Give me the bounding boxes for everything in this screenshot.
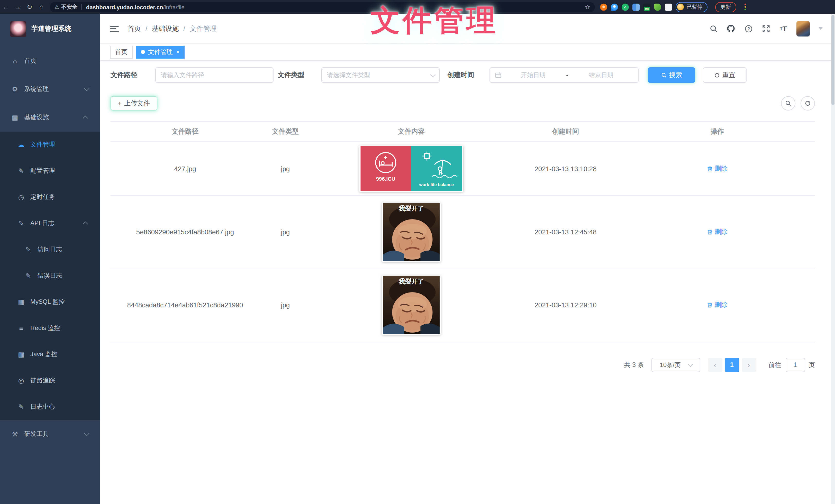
browser-profile-chip[interactable]: 已暂停 [676, 2, 707, 12]
table-toolbar: + 上传文件 [110, 96, 815, 110]
sidebar-item-trace[interactable]: ◎链路追踪 [0, 368, 100, 394]
extension-leaf-icon[interactable] [654, 3, 661, 10]
java-monitor-icon: ▥ [17, 351, 25, 358]
bookmark-star-icon[interactable]: ☆ [585, 3, 590, 10]
toggle-search-button[interactable] [781, 96, 795, 110]
end-date-placeholder: 结束日期 [569, 71, 633, 79]
sidebar-item-job[interactable]: ◷定时任务 [0, 184, 100, 210]
user-avatar[interactable] [796, 21, 810, 36]
chevron-down-icon [688, 362, 693, 367]
file-preview-image[interactable]: 996.ICU work-life balance [360, 145, 463, 192]
extension-puzzle-icon[interactable] [665, 3, 672, 10]
file-type-placeholder: 请选择文件类型 [327, 71, 370, 79]
delete-label: 删除 [715, 228, 728, 236]
file-path-cell: 5e8609290e915c4fa8b08e67.jpg [110, 228, 260, 236]
hamburger-icon[interactable] [110, 24, 119, 33]
sidebar: 芋道管理系统 ⌂首页⚙系统管理▤基础设施☁文件管理✎配置管理◷定时任务✎API … [0, 14, 100, 504]
user-caret-down-icon[interactable] [818, 27, 823, 30]
tab-文件管理[interactable]: 文件管理× [136, 45, 185, 58]
delete-button[interactable]: 删除 [707, 301, 728, 310]
browser-back-icon[interactable]: ← [0, 3, 12, 11]
url-host: dashboard.yudao.iocoder.cn [86, 4, 163, 10]
sidebar-item-log-center[interactable]: ✎日志中心 [0, 394, 100, 420]
upload-file-button[interactable]: + 上传文件 [110, 96, 157, 110]
tab-首页[interactable]: 首页 [110, 45, 133, 58]
created-time-cell: 2021-03-13 12:45:48 [512, 228, 619, 236]
tab-label: 文件管理 [148, 47, 173, 56]
extension-check-icon[interactable]: ✓ [622, 3, 629, 10]
font-size-icon[interactable]: TT [779, 24, 788, 33]
window-scrollbar[interactable] [831, 14, 835, 504]
file-path-input[interactable] [155, 67, 273, 83]
sidebar-item-config[interactable]: ✎配置管理 [0, 158, 100, 184]
chevron-down-icon [84, 431, 89, 436]
delete-button[interactable]: 删除 [707, 228, 728, 236]
sidebar-item-label: 系统管理 [24, 85, 49, 93]
sidebar-item-label: 访问日志 [38, 245, 62, 254]
fullscreen-icon[interactable] [761, 24, 770, 33]
security-warning-icon: ⚠ [55, 4, 59, 10]
extension-switch-icon[interactable]: on [643, 3, 650, 10]
breadcrumb-separator: / [183, 25, 185, 33]
browser-menu-icon[interactable] [744, 4, 746, 10]
search-button-icon [661, 72, 667, 78]
close-icon[interactable]: × [176, 49, 180, 55]
sidebar-item-error-log[interactable]: ✎错误日志 [0, 262, 100, 289]
address-bar[interactable]: ⚠ 不安全 dashboard.yudao.iocoder.cn /infra/… [50, 2, 595, 12]
reset-button[interactable]: 重置 [703, 67, 747, 83]
sidebar-item-api-log[interactable]: ✎API 日志 [0, 210, 100, 236]
table-row: 427.jpgjpg 996.ICU work-life balance 202… [110, 142, 815, 196]
search-button[interactable]: 搜索 [648, 67, 695, 83]
file-preview-image[interactable]: 我裂开了 [382, 202, 441, 261]
prev-page-button[interactable]: ‹ [708, 358, 722, 372]
sidebar-item-redis[interactable]: ≡Redis 监控 [0, 315, 100, 341]
sidebar-item-mysql[interactable]: ▦MySQL 监控 [0, 289, 100, 315]
column-header: 文件路径 [110, 127, 260, 136]
breadcrumb-item[interactable]: 基础设施 [152, 24, 179, 33]
sidebar-item-devtools[interactable]: ⚒研发工具 [0, 420, 100, 448]
chevron-down-icon [84, 86, 89, 91]
search-icon[interactable] [709, 24, 718, 33]
update-button[interactable]: 更新 [715, 2, 736, 12]
extension-orange-icon[interactable] [600, 3, 607, 10]
sidebar-item-infra[interactable]: ▤基础设施 [0, 103, 100, 132]
sidebar-item-java[interactable]: ▥Java 监控 [0, 341, 100, 368]
database-icon: ▦ [17, 298, 25, 306]
next-page-button[interactable]: › [742, 358, 756, 372]
breadcrumb-item[interactable]: 首页 [127, 24, 141, 33]
goto-page-input[interactable] [786, 358, 805, 372]
github-icon[interactable] [727, 24, 735, 33]
browser-forward-icon[interactable]: → [12, 3, 24, 11]
file-preview-image[interactable]: 我裂开了 [382, 275, 441, 335]
delete-button[interactable]: 删除 [707, 164, 728, 173]
sidebar-item-system[interactable]: ⚙系统管理 [0, 75, 100, 103]
table-body: 427.jpgjpg 996.ICU work-life balance 202… [110, 142, 815, 342]
date-range-separator: - [565, 71, 569, 79]
toolbox-icon: ⚒ [11, 430, 19, 438]
breadcrumb-item: 文件管理 [190, 24, 217, 33]
date-range-picker[interactable]: 开始日期 - 结束日期 [489, 67, 638, 83]
file-type-select[interactable]: 请选择文件类型 [321, 67, 440, 83]
help-icon[interactable]: ? [744, 24, 753, 33]
tags-view-bar: 首页文件管理× [100, 44, 831, 61]
extension-pin-icon[interactable] [611, 3, 618, 10]
sidebar-item-home[interactable]: ⌂首页 [0, 47, 100, 75]
current-page-button[interactable]: 1 [725, 358, 739, 372]
chevron-up-icon [83, 222, 88, 227]
preview-996-image: 996.ICU work-life balance [360, 146, 463, 191]
sidebar-item-file[interactable]: ☁文件管理 [0, 132, 100, 158]
app-logo-row[interactable]: 芋道管理系统 [0, 14, 100, 44]
scrollbar-thumb[interactable] [831, 15, 834, 105]
address-separator [81, 4, 82, 10]
file-content-cell: 我裂开了 [311, 275, 512, 335]
page-size-select[interactable]: 10条/页 [651, 358, 700, 372]
calendar-icon [495, 72, 501, 78]
browser-reload-icon[interactable]: ↻ [24, 3, 36, 11]
security-label[interactable]: 不安全 [61, 3, 77, 10]
sidebar-item-access-log[interactable]: ✎访问日志 [0, 236, 100, 262]
pagination: 共 3 条 10条/页 ‹ 1 › 前往 页 [110, 358, 815, 372]
refresh-table-button[interactable] [800, 96, 815, 110]
extension-grid-icon[interactable] [632, 3, 639, 10]
layers-icon: ≡ [17, 324, 25, 332]
browser-home-icon[interactable]: ⌂ [36, 3, 47, 11]
